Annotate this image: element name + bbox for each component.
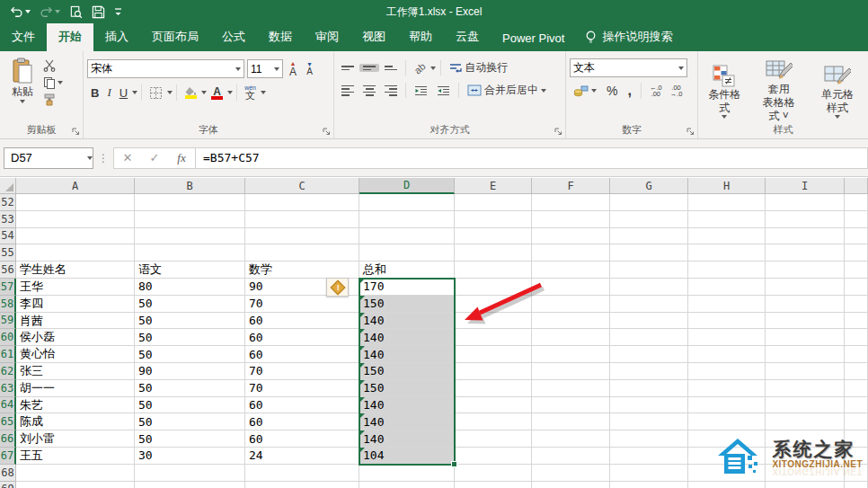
- cell-D58[interactable]: 150: [359, 296, 455, 313]
- column-header-I[interactable]: I: [766, 178, 845, 194]
- row-header-56[interactable]: 56: [0, 262, 16, 279]
- cell-C69[interactable]: [245, 482, 359, 488]
- phonetic-guide-button[interactable]: wén文: [241, 83, 260, 102]
- cell-I61[interactable]: [766, 346, 845, 363]
- cell-x60[interactable]: [845, 329, 868, 346]
- row-header-65[interactable]: 65: [0, 413, 16, 430]
- tab-formulas[interactable]: 公式: [210, 23, 257, 51]
- cell-F58[interactable]: [532, 296, 610, 313]
- formula-input[interactable]: =B57+C57: [196, 147, 868, 169]
- row-header-66[interactable]: 66: [0, 430, 16, 448]
- formula-bar-resizer[interactable]: ⋮: [93, 152, 113, 164]
- cell-H54[interactable]: [688, 228, 766, 245]
- cancel-button[interactable]: ✕: [114, 151, 141, 164]
- enter-button[interactable]: ✓: [141, 151, 168, 164]
- cell-C66[interactable]: 60: [245, 430, 359, 448]
- cell-G64[interactable]: [610, 397, 688, 414]
- cell-E68[interactable]: [455, 465, 532, 482]
- italic-button[interactable]: I: [103, 84, 114, 102]
- cell-B64[interactable]: 50: [135, 397, 245, 414]
- increase-decimal-button[interactable]: ←.0 .00: [647, 83, 665, 100]
- cell-B59[interactable]: 50: [135, 313, 245, 330]
- tab-review[interactable]: 审阅: [304, 23, 350, 51]
- cell-I53[interactable]: [766, 211, 845, 228]
- cell-C52[interactable]: [245, 194, 359, 211]
- cell-A63[interactable]: 胡一一: [16, 380, 135, 397]
- cell-F65[interactable]: [532, 413, 610, 430]
- customize-quick-access-button[interactable]: [111, 5, 125, 19]
- cell-B66[interactable]: 50: [135, 430, 245, 448]
- select-all-corner[interactable]: [0, 178, 16, 194]
- cell-C53[interactable]: [245, 211, 359, 228]
- row-header-52[interactable]: 52: [0, 194, 16, 211]
- row-header-53[interactable]: 53: [0, 211, 16, 228]
- cell-H66[interactable]: [688, 430, 766, 448]
- cell-I68[interactable]: [766, 465, 845, 482]
- row-header-55[interactable]: 55: [0, 244, 16, 262]
- save-button[interactable]: [89, 4, 108, 21]
- cell-H59[interactable]: [688, 313, 766, 330]
- cell-x66[interactable]: [845, 430, 868, 448]
- cell-D67[interactable]: 104: [359, 448, 455, 465]
- column-header-D[interactable]: D: [359, 178, 455, 194]
- cell-I65[interactable]: [766, 413, 845, 430]
- cell-I54[interactable]: [766, 228, 845, 245]
- cell-B68[interactable]: [135, 465, 245, 482]
- cell-H62[interactable]: [688, 363, 766, 380]
- cell-H67[interactable]: [688, 448, 766, 465]
- tab-page-layout[interactable]: 页面布局: [140, 23, 210, 51]
- row-header-63[interactable]: 63: [0, 380, 16, 397]
- row-header-57[interactable]: 57: [0, 279, 16, 296]
- cell-A62[interactable]: 张三: [16, 363, 135, 380]
- clipboard-dialog-launcher[interactable]: [70, 126, 81, 137]
- column-header-B[interactable]: B: [135, 178, 245, 194]
- row-header-54[interactable]: 54: [0, 228, 16, 245]
- cell-C56[interactable]: 数学: [245, 262, 359, 279]
- font-color-chevron[interactable]: [227, 91, 233, 94]
- cell-B67[interactable]: 30: [135, 448, 245, 465]
- decrease-decimal-button[interactable]: .00 →.0: [668, 83, 686, 100]
- cell-E58[interactable]: [455, 296, 532, 313]
- font-dialog-launcher[interactable]: [321, 126, 332, 137]
- number-format-combo[interactable]: 文本: [570, 58, 687, 77]
- cell-G58[interactable]: [610, 296, 688, 313]
- cell-F66[interactable]: [532, 430, 610, 448]
- cell-F62[interactable]: [532, 363, 610, 380]
- cell-E64[interactable]: [455, 397, 532, 414]
- cell-E59[interactable]: [455, 313, 532, 330]
- cell-A69[interactable]: [16, 482, 135, 488]
- cell-H61[interactable]: [688, 346, 766, 363]
- cell-B65[interactable]: 50: [135, 413, 245, 430]
- cell-A59[interactable]: 肖茜: [16, 313, 135, 330]
- cell-D59[interactable]: 140: [359, 313, 455, 330]
- cell-A68[interactable]: [16, 465, 135, 482]
- cell-G60[interactable]: [610, 329, 688, 346]
- cell-I64[interactable]: [766, 397, 845, 414]
- cell-D52[interactable]: [359, 194, 455, 211]
- cell-I59[interactable]: [766, 313, 845, 330]
- cell-E57[interactable]: [455, 279, 532, 296]
- tab-home[interactable]: 开始: [47, 23, 93, 51]
- cell-F60[interactable]: [532, 329, 610, 346]
- cell-H53[interactable]: [688, 211, 766, 228]
- cell-x56[interactable]: [845, 262, 868, 279]
- align-right-button[interactable]: [381, 84, 401, 98]
- cell-C68[interactable]: [245, 465, 359, 482]
- column-header-H[interactable]: H: [688, 178, 766, 194]
- conditional-formatting-button[interactable]: 条件格式: [702, 62, 747, 119]
- wrap-text-button[interactable]: 自动换行: [446, 58, 511, 77]
- cell-B61[interactable]: 50: [135, 346, 245, 363]
- column-header-E[interactable]: E: [455, 178, 532, 194]
- bold-button[interactable]: B: [87, 84, 102, 102]
- borders-button[interactable]: [146, 84, 166, 102]
- cell-C67[interactable]: 24: [245, 448, 359, 465]
- fill-color-chevron[interactable]: [201, 91, 207, 94]
- cell-x67[interactable]: [845, 448, 868, 465]
- underline-options-chevron[interactable]: [132, 91, 137, 94]
- cell-H55[interactable]: [688, 244, 766, 262]
- cell-D69[interactable]: [359, 482, 455, 488]
- cell-E66[interactable]: [455, 430, 532, 448]
- cell-H57[interactable]: [688, 279, 766, 296]
- cell-C60[interactable]: 60: [245, 329, 359, 346]
- font-color-button[interactable]: A: [208, 84, 226, 102]
